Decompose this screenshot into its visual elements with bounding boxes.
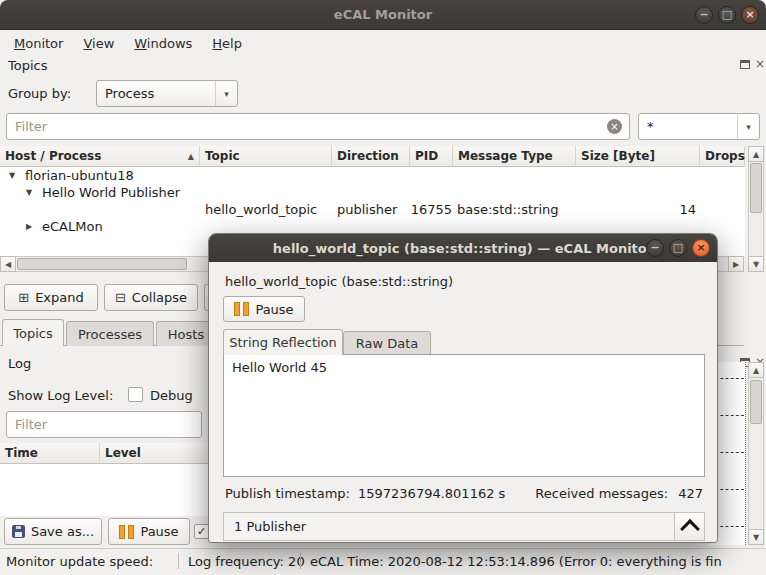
clear-filter-icon[interactable]: ×: [607, 119, 622, 134]
col-host-process[interactable]: Host / Process ▲: [0, 146, 200, 167]
hscroll-thumb[interactable]: [17, 258, 187, 270]
filter-scope-value: *: [639, 114, 737, 139]
dialog-titlebar: hello_world_topic (base:std::string) — e…: [209, 234, 717, 262]
table-row-process[interactable]: ▼ Hello World Publisher: [0, 184, 745, 201]
scroll-left-icon[interactable]: ◀: [0, 256, 16, 272]
chevron-up-icon: [680, 519, 700, 539]
group-by-value: Process: [97, 81, 215, 106]
menu-view[interactable]: View: [73, 33, 124, 54]
debug-label: Debug: [150, 388, 193, 403]
collapse-button[interactable]: ⊟ Collapse: [104, 284, 198, 311]
dialog-title: hello_world_topic (base:std::string) — e…: [273, 241, 653, 256]
topics-filter-input[interactable]: [6, 113, 630, 140]
topics-close-icon[interactable]: ×: [755, 59, 765, 70]
close-icon[interactable]: ×: [741, 6, 759, 24]
dialog-heading: hello_world_topic (base:std::string): [225, 274, 453, 289]
log-filter-input[interactable]: [6, 411, 202, 438]
show-log-level-label: Show Log Level:: [8, 388, 113, 403]
scroll-down-icon[interactable]: ▼: [748, 529, 764, 545]
minimize-icon[interactable]: −: [646, 239, 664, 257]
close-icon[interactable]: ×: [692, 239, 710, 257]
debug-checkbox[interactable]: [128, 387, 143, 402]
chevron-down-icon: ▾: [737, 114, 759, 139]
log-col-time[interactable]: Time: [0, 443, 100, 464]
log-autoscroll-checkbox[interactable]: ✓: [194, 524, 209, 539]
tab-string-reflection[interactable]: String Reflection: [223, 329, 343, 355]
tree-collapsed-icon[interactable]: ▶: [26, 222, 32, 231]
scroll-up-icon[interactable]: ▲: [748, 146, 764, 162]
tab-processes[interactable]: Processes: [66, 321, 154, 346]
tab-raw-data[interactable]: Raw Data: [343, 331, 431, 355]
topic-reflection-dialog: hello_world_topic (base:std::string) — e…: [208, 233, 718, 543]
col-message-type[interactable]: Message Type: [453, 146, 576, 167]
reflection-text: Hello World 45: [232, 360, 327, 375]
publisher-summary-bar[interactable]: 1 Publisher: [223, 512, 705, 541]
col-direction[interactable]: Direction: [332, 146, 410, 167]
save-icon: [12, 525, 25, 538]
main-titlebar: eCAL Monitor − □ ×: [0, 0, 766, 30]
expand-details-button[interactable]: [674, 513, 704, 540]
group-by-select[interactable]: Process ▾: [96, 80, 238, 107]
log-table-body: [0, 464, 240, 516]
reflection-text-area[interactable]: Hello World 45: [223, 354, 705, 477]
received-messages-label: Received messages:: [535, 486, 668, 501]
tab-topics[interactable]: Topics: [2, 319, 64, 346]
status-separator: [178, 553, 179, 569]
expand-icon: ⊞: [18, 290, 29, 305]
pause-icon: [119, 525, 134, 539]
tree-expanded-icon[interactable]: ▼: [26, 188, 32, 197]
vscroll-thumb[interactable]: [750, 163, 762, 213]
col-size[interactable]: Size [Byte]: [576, 146, 700, 167]
dialog-info-line: Publish timestamp: 1597236794.801162 s R…: [225, 486, 703, 501]
expand-button[interactable]: ⊞ Expand: [4, 284, 98, 311]
collapse-icon: ⊟: [115, 290, 126, 305]
table-row-host[interactable]: ▼ florian-ubuntu18: [0, 167, 745, 184]
col-drops[interactable]: Drops: [700, 146, 745, 167]
scroll-down-icon[interactable]: ▼: [748, 256, 764, 272]
publisher-summary-text: 1 Publisher: [234, 519, 306, 534]
col-pid[interactable]: PID: [410, 146, 453, 167]
maximize-icon[interactable]: □: [718, 6, 736, 24]
received-messages-value: 427: [678, 486, 703, 501]
pause-icon: [234, 302, 249, 316]
sort-asc-icon: ▲: [188, 152, 194, 161]
publish-timestamp-label: Publish timestamp:: [225, 486, 350, 501]
tab-hosts[interactable]: Hosts: [156, 321, 216, 346]
ecal-monitor-window: eCAL Monitor − □ × Monitor View Windows …: [0, 0, 766, 575]
minimize-icon[interactable]: −: [695, 6, 713, 24]
menu-monitor[interactable]: Monitor: [4, 33, 73, 54]
publish-timestamp-value: 1597236794.801162 s: [358, 486, 505, 501]
scroll-right-icon[interactable]: ▶: [728, 256, 744, 272]
scroll-up-icon[interactable]: ▲: [748, 362, 764, 378]
status-log-frequency: Log frequency: 20: [188, 554, 305, 569]
group-by-label: Group by:: [8, 86, 71, 101]
tree-expanded-icon[interactable]: ▼: [9, 171, 15, 180]
menu-windows[interactable]: Windows: [124, 33, 202, 54]
topics-dock-title: Topics: [8, 58, 47, 73]
maximize-icon[interactable]: □: [669, 239, 687, 257]
status-ecal-time: eCAL Time: 2020-08-12 12:53:14.896 (Erro…: [310, 554, 766, 569]
main-window-title: eCAL Monitor: [334, 7, 432, 22]
status-update-speed: Monitor update speed:: [6, 554, 153, 569]
table-row-topic[interactable]: hello_world_topic publisher 16755 base:s…: [0, 201, 745, 218]
menu-help[interactable]: Help: [202, 33, 252, 54]
chevron-down-icon: ▾: [215, 81, 237, 106]
dialog-pause-button[interactable]: Pause: [223, 296, 305, 322]
topics-float-icon[interactable]: [740, 60, 750, 69]
col-topic[interactable]: Topic: [200, 146, 332, 167]
filter-scope-select[interactable]: * ▾: [638, 113, 760, 140]
status-separator: [300, 553, 301, 569]
log-pause-button[interactable]: Pause: [108, 518, 190, 545]
menu-bar: Monitor View Windows Help: [0, 30, 766, 56]
save-as-button[interactable]: Save as...: [4, 518, 102, 545]
log-dock-title: Log: [8, 356, 31, 371]
vscroll-thumb[interactable]: [750, 380, 762, 424]
